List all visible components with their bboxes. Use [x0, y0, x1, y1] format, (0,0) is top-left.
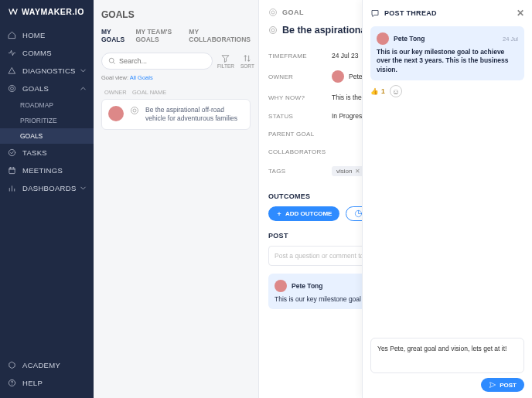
nav-comms[interactable]: COMMS	[0, 44, 94, 62]
svg-point-7	[131, 107, 138, 114]
nav-academy[interactable]: ACADEMY	[0, 356, 94, 374]
tags-value: vision ✕	[332, 166, 365, 176]
nav-goals-prioritize[interactable]: PRIORITIZE	[0, 113, 94, 128]
search-input[interactable]	[119, 57, 206, 65]
search-input-wrapper[interactable]	[101, 53, 213, 70]
target-icon	[268, 8, 278, 17]
brand-logo: WAYMAKER.IO	[0, 0, 94, 23]
field-label: TIMEFRAME	[268, 53, 329, 60]
sort-label: SORT	[240, 63, 254, 69]
nav-goals[interactable]: GOALS	[0, 80, 94, 97]
svg-point-8	[133, 109, 136, 112]
svg-point-10	[271, 11, 275, 14]
close-button[interactable]: ✕	[517, 8, 524, 19]
nav-label: MEETINGS	[22, 166, 63, 175]
search-icon	[108, 57, 116, 65]
nav-label: ACADEMY	[22, 361, 60, 369]
check-circle-icon	[8, 148, 16, 157]
target-icon	[130, 106, 139, 115]
nav-label: HOME	[22, 31, 46, 39]
nav-label: HELP	[22, 379, 43, 387]
field-label: OWNER	[268, 73, 329, 80]
avatar	[332, 70, 344, 83]
chevron-down-icon	[79, 66, 87, 75]
nav-bottom: ACADEMY HELP	[0, 356, 94, 398]
field-label: PARENT GOAL	[268, 131, 329, 138]
field-label: COLLABORATORS	[268, 148, 329, 155]
thread-date: 24 Jul	[503, 36, 518, 43]
nav-label: TASKS	[22, 148, 47, 157]
add-reaction-button[interactable]: ☺	[390, 85, 402, 97]
tab-collaborations[interactable]: MY COLLABORATIONS	[189, 28, 251, 43]
svg-point-5	[109, 58, 114, 63]
calendar-icon	[8, 166, 16, 175]
nav-label: COMMS	[22, 49, 52, 57]
nav-label: DASHBOARDS	[22, 184, 77, 192]
filter-button[interactable]: FILTER	[217, 53, 234, 69]
plus-icon: ＋	[276, 209, 282, 218]
post-button[interactable]: POST	[481, 378, 524, 392]
target-icon	[268, 26, 278, 35]
search-row: FILTER SORT PRESENT	[101, 53, 251, 70]
nav-goals-goals[interactable]: GOALS	[0, 128, 94, 144]
col-goalname: GOAL NAME	[132, 89, 166, 96]
sort-icon	[242, 53, 252, 63]
goal-view: Goal view: All Goals	[101, 74, 251, 81]
tab-team-goals[interactable]: MY TEAM'S GOALS	[135, 28, 179, 43]
field-label: TAGS	[268, 168, 329, 175]
nav-dashboards[interactable]: DASHBOARDS	[0, 179, 94, 197]
close-icon[interactable]: ✕	[355, 168, 360, 175]
list-header: OWNER GOAL NAME	[101, 89, 251, 99]
bar-chart-icon	[8, 184, 16, 192]
svg-point-0	[9, 85, 15, 91]
svg-rect-3	[9, 168, 15, 173]
avatar	[377, 32, 389, 45]
home-icon	[8, 31, 16, 39]
activity-icon	[8, 49, 16, 57]
goal-view-link[interactable]: All Goals	[130, 74, 153, 81]
svg-point-2	[9, 149, 15, 155]
filter-label: FILTER	[217, 63, 234, 69]
thread-panel: POST THREAD ✕ Pete Tong 24 Jul This is o…	[362, 0, 532, 398]
thread-body: This is our key milestone goal to achiev…	[377, 48, 518, 74]
goals-column: GOALS MY GOALS MY TEAM'S GOALS MY COLLAB…	[94, 0, 259, 398]
nav: HOME COMMS DIAGNOSTICS GOALS ROADMAP PRI…	[0, 23, 94, 356]
svg-point-12	[271, 29, 275, 32]
field-label: STATUS	[268, 113, 329, 120]
svg-point-11	[270, 27, 277, 34]
reactions: 👍 1 ☺	[370, 85, 524, 97]
hexagon-icon	[8, 361, 16, 369]
sort-button[interactable]: SORT	[240, 53, 254, 69]
nav-help[interactable]: HELP	[0, 374, 94, 392]
svg-point-1	[11, 87, 14, 90]
goal-text: Be the aspirational off-road vehicle for…	[145, 106, 244, 123]
avatar	[275, 280, 287, 292]
thread-header: POST THREAD ✕	[370, 8, 524, 19]
col-owner: OWNER	[104, 89, 124, 96]
help-icon	[8, 379, 16, 387]
nav-label: GOALS	[22, 84, 49, 93]
chevron-down-icon	[79, 184, 87, 192]
main: GOALS MY GOALS MY TEAM'S GOALS MY COLLAB…	[94, 0, 532, 398]
tag-chip[interactable]: vision ✕	[332, 166, 365, 176]
nav-diagnostics[interactable]: DIAGNOSTICS	[0, 62, 94, 80]
reply-input[interactable]: Yes Pete, great goal and vision, lets ge…	[370, 338, 524, 373]
triangle-icon	[8, 66, 16, 75]
nav-home[interactable]: HOME	[0, 26, 94, 44]
reaction-thumbs-up[interactable]: 👍 1	[370, 87, 385, 96]
thread-post: Pete Tong 24 Jul This is our key milesto…	[370, 26, 524, 80]
post-author: Pete Tong	[292, 282, 322, 290]
nav-label: DIAGNOSTICS	[22, 66, 76, 75]
nav-goals-roadmap[interactable]: ROADMAP	[0, 97, 94, 113]
chevron-up-icon	[79, 84, 87, 93]
goal-list-item[interactable]: Be the aspirational off-road vehicle for…	[101, 99, 251, 130]
page-title: GOALS	[101, 9, 251, 20]
svg-point-9	[270, 9, 277, 16]
filter-icon	[220, 53, 230, 63]
sidebar: WAYMAKER.IO HOME COMMS DIAGNOSTICS GOALS…	[0, 0, 94, 398]
nav-tasks[interactable]: TASKS	[0, 144, 94, 162]
add-outcome-button[interactable]: ＋ ADD OUTCOME	[268, 206, 339, 221]
avatar	[108, 106, 124, 121]
nav-meetings[interactable]: MEETINGS	[0, 162, 94, 179]
tab-my-goals[interactable]: MY GOALS	[101, 28, 126, 43]
